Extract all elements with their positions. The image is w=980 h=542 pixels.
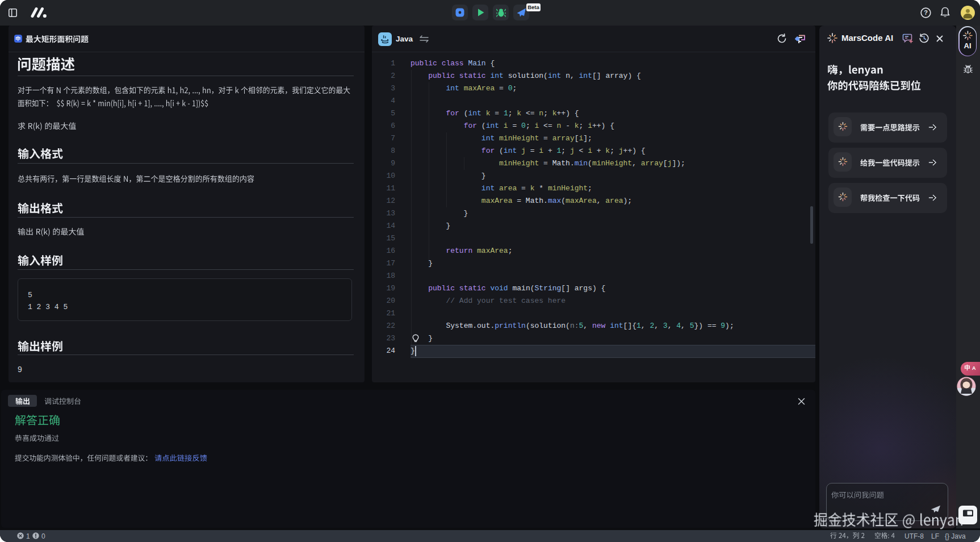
svg-text:?: ? bbox=[924, 9, 928, 16]
